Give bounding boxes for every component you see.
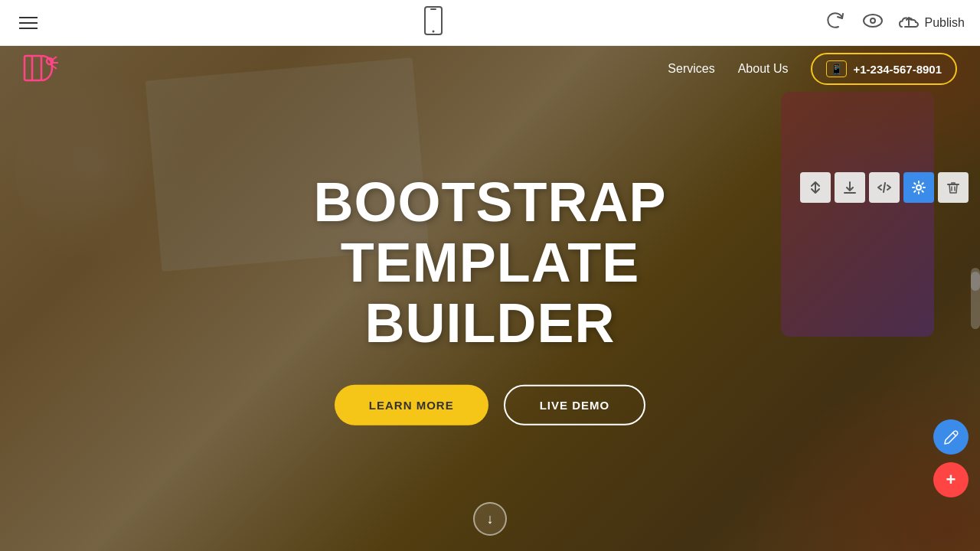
logo[interactable] — [23, 52, 61, 86]
settings-section-button[interactable] — [903, 172, 934, 203]
undo-icon[interactable] — [825, 10, 847, 36]
svg-point-11 — [916, 185, 921, 190]
svg-point-3 — [864, 15, 882, 27]
add-icon: + — [946, 470, 956, 490]
fab-container: + — [933, 419, 969, 497]
preview-icon[interactable] — [862, 10, 884, 36]
nav-links: Services About Us 📱 +1-234-567-8901 — [668, 53, 957, 85]
section-toolbar — [800, 172, 969, 203]
toolbar-left — [15, 13, 41, 33]
hero-section: Services About Us 📱 +1-234-567-8901 — [0, 46, 980, 551]
menu-button[interactable] — [15, 13, 41, 33]
svg-point-4 — [871, 18, 875, 23]
code-section-button[interactable] — [869, 172, 900, 203]
phone-button[interactable]: 📱 +1-234-567-8901 — [811, 53, 957, 85]
learn-more-button[interactable]: LEARN MORE — [335, 384, 488, 425]
edit-fab-button[interactable] — [933, 419, 969, 455]
nav-services[interactable]: Services — [668, 62, 714, 76]
hero-content: BOOTSTRAP TEMPLATE BUILDER LEARN MORE LI… — [222, 172, 758, 425]
delete-section-button[interactable] — [938, 172, 969, 203]
svg-line-10 — [884, 183, 885, 192]
svg-point-2 — [432, 30, 434, 32]
scroll-down-arrow-icon: ↓ — [487, 511, 494, 527]
right-scrollbar[interactable] — [971, 268, 980, 329]
hero-title: BOOTSTRAP TEMPLATE BUILDER — [222, 172, 758, 354]
phone-number: +1-234-567-8901 — [853, 63, 942, 76]
add-fab-button[interactable]: + — [933, 462, 969, 497]
move-section-button[interactable] — [800, 172, 831, 203]
publish-button[interactable]: Publish — [899, 15, 965, 31]
nav-about[interactable]: About Us — [738, 62, 789, 76]
toolbar-right: Publish — [825, 10, 965, 36]
mobile-preview-icon[interactable] — [423, 6, 443, 40]
phone-icon: 📱 — [826, 60, 847, 77]
top-toolbar: Publish — [0, 0, 980, 46]
scroll-down-button[interactable]: ↓ — [473, 502, 507, 536]
live-demo-button[interactable]: LIVE DEMO — [504, 384, 646, 425]
scrollbar-thumb — [971, 272, 980, 291]
svg-line-15 — [952, 432, 956, 435]
publish-label: Publish — [925, 16, 965, 30]
toolbar-center — [423, 6, 443, 40]
hero-buttons: LEARN MORE LIVE DEMO — [222, 384, 758, 425]
download-section-button[interactable] — [835, 172, 865, 203]
canvas: Services About Us 📱 +1-234-567-8901 — [0, 46, 980, 551]
hero-navbar: Services About Us 📱 +1-234-567-8901 — [0, 46, 980, 92]
svg-rect-1 — [430, 8, 436, 10]
hero-title-line1: BOOTSTRAP — [313, 171, 666, 233]
hero-title-line2: TEMPLATE BUILDER — [341, 232, 640, 354]
